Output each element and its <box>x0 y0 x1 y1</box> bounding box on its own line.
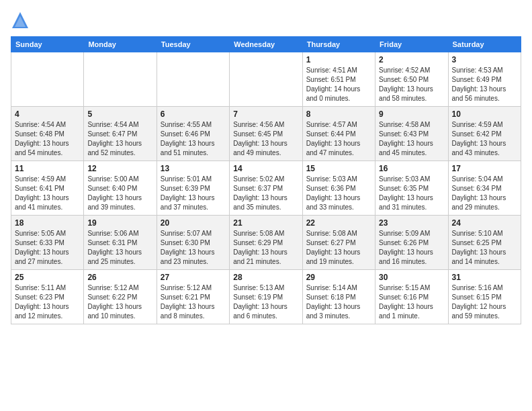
day-info: Sunrise: 5:06 AM Sunset: 6:31 PM Dayligh… <box>87 229 152 267</box>
calendar-week-2: 4Sunrise: 4:54 AM Sunset: 6:48 PM Daylig… <box>11 107 521 161</box>
calendar-cell: 22Sunrise: 5:08 AM Sunset: 6:27 PM Dayli… <box>302 216 375 270</box>
calendar-cell: 18Sunrise: 5:05 AM Sunset: 6:33 PM Dayli… <box>11 216 84 270</box>
day-info: Sunrise: 5:11 AM Sunset: 6:23 PM Dayligh… <box>15 283 80 321</box>
calendar-cell: 15Sunrise: 5:03 AM Sunset: 6:36 PM Dayli… <box>302 161 375 216</box>
calendar-cell <box>157 52 229 107</box>
calendar-cell <box>84 52 157 107</box>
day-number: 29 <box>306 273 371 282</box>
calendar-cell: 24Sunrise: 5:10 AM Sunset: 6:25 PM Dayli… <box>448 216 521 270</box>
day-number: 10 <box>452 109 517 119</box>
calendar-cell: 12Sunrise: 5:00 AM Sunset: 6:40 PM Dayli… <box>84 161 157 216</box>
calendar-cell <box>11 52 84 107</box>
calendar-cell: 6Sunrise: 4:55 AM Sunset: 6:46 PM Daylig… <box>157 107 229 161</box>
day-info: Sunrise: 5:09 AM Sunset: 6:26 PM Dayligh… <box>379 229 444 267</box>
day-number: 5 <box>87 109 152 119</box>
calendar-cell: 16Sunrise: 5:03 AM Sunset: 6:35 PM Dayli… <box>375 161 448 216</box>
page-header <box>11 11 521 30</box>
day-number: 18 <box>15 218 80 228</box>
calendar-week-4: 18Sunrise: 5:05 AM Sunset: 6:33 PM Dayli… <box>11 216 521 270</box>
day-number: 19 <box>87 218 152 228</box>
day-number: 16 <box>379 164 444 173</box>
day-number: 24 <box>452 218 517 228</box>
weekday-header-wednesday: Wednesday <box>230 37 302 52</box>
calendar-cell: 10Sunrise: 4:59 AM Sunset: 6:42 PM Dayli… <box>448 107 521 161</box>
day-number: 13 <box>161 164 226 173</box>
day-info: Sunrise: 4:51 AM Sunset: 6:51 PM Dayligh… <box>306 66 371 103</box>
weekday-header-monday: Monday <box>84 37 157 52</box>
calendar-cell: 2Sunrise: 4:52 AM Sunset: 6:50 PM Daylig… <box>375 52 448 107</box>
day-info: Sunrise: 5:01 AM Sunset: 6:39 PM Dayligh… <box>161 175 226 212</box>
weekday-header-thursday: Thursday <box>302 37 375 52</box>
day-number: 17 <box>452 164 517 173</box>
day-info: Sunrise: 5:12 AM Sunset: 6:21 PM Dayligh… <box>161 283 226 321</box>
day-info: Sunrise: 5:15 AM Sunset: 6:16 PM Dayligh… <box>379 283 444 321</box>
calendar-week-1: 1Sunrise: 4:51 AM Sunset: 6:51 PM Daylig… <box>11 52 521 107</box>
day-number: 20 <box>161 218 226 228</box>
day-number: 3 <box>452 55 517 64</box>
day-info: Sunrise: 5:13 AM Sunset: 6:19 PM Dayligh… <box>233 283 298 321</box>
calendar-week-5: 25Sunrise: 5:11 AM Sunset: 6:23 PM Dayli… <box>11 270 521 324</box>
day-number: 7 <box>233 109 298 119</box>
calendar-body: 1Sunrise: 4:51 AM Sunset: 6:51 PM Daylig… <box>11 52 521 324</box>
weekday-header-row: SundayMondayTuesdayWednesdayThursdayFrid… <box>11 37 521 52</box>
calendar-cell: 27Sunrise: 5:12 AM Sunset: 6:21 PM Dayli… <box>157 270 229 324</box>
calendar-cell: 3Sunrise: 4:53 AM Sunset: 6:49 PM Daylig… <box>448 52 521 107</box>
calendar-cell: 30Sunrise: 5:15 AM Sunset: 6:16 PM Dayli… <box>375 270 448 324</box>
day-info: Sunrise: 4:54 AM Sunset: 6:48 PM Dayligh… <box>15 120 80 158</box>
day-number: 1 <box>306 55 371 64</box>
day-info: Sunrise: 5:02 AM Sunset: 6:37 PM Dayligh… <box>233 175 298 212</box>
day-info: Sunrise: 5:03 AM Sunset: 6:36 PM Dayligh… <box>306 175 371 212</box>
day-number: 8 <box>306 109 371 119</box>
day-info: Sunrise: 5:10 AM Sunset: 6:25 PM Dayligh… <box>452 229 517 267</box>
calendar-cell: 31Sunrise: 5:16 AM Sunset: 6:15 PM Dayli… <box>448 270 521 324</box>
calendar-cell: 26Sunrise: 5:12 AM Sunset: 6:22 PM Dayli… <box>84 270 157 324</box>
calendar-header: SundayMondayTuesdayWednesdayThursdayFrid… <box>11 37 521 52</box>
calendar-table: SundayMondayTuesdayWednesdayThursdayFrid… <box>11 36 521 324</box>
calendar-cell: 5Sunrise: 4:54 AM Sunset: 6:47 PM Daylig… <box>84 107 157 161</box>
day-number: 23 <box>379 218 444 228</box>
calendar-cell: 19Sunrise: 5:06 AM Sunset: 6:31 PM Dayli… <box>84 216 157 270</box>
day-number: 25 <box>15 273 80 282</box>
calendar-cell: 1Sunrise: 4:51 AM Sunset: 6:51 PM Daylig… <box>302 52 375 107</box>
day-info: Sunrise: 5:03 AM Sunset: 6:35 PM Dayligh… <box>379 175 444 212</box>
weekday-header-sunday: Sunday <box>11 37 84 52</box>
calendar-cell: 25Sunrise: 5:11 AM Sunset: 6:23 PM Dayli… <box>11 270 84 324</box>
day-number: 31 <box>452 273 517 282</box>
calendar-cell: 21Sunrise: 5:08 AM Sunset: 6:29 PM Dayli… <box>230 216 302 270</box>
day-number: 27 <box>161 273 226 282</box>
day-info: Sunrise: 4:55 AM Sunset: 6:46 PM Dayligh… <box>161 120 226 158</box>
calendar-cell: 29Sunrise: 5:14 AM Sunset: 6:18 PM Dayli… <box>302 270 375 324</box>
day-info: Sunrise: 5:08 AM Sunset: 6:27 PM Dayligh… <box>306 229 371 267</box>
day-number: 30 <box>379 273 444 282</box>
calendar-cell <box>230 52 302 107</box>
day-info: Sunrise: 4:56 AM Sunset: 6:45 PM Dayligh… <box>233 120 298 158</box>
weekday-header-saturday: Saturday <box>448 37 521 52</box>
weekday-header-tuesday: Tuesday <box>157 37 229 52</box>
calendar-cell: 14Sunrise: 5:02 AM Sunset: 6:37 PM Dayli… <box>230 161 302 216</box>
day-number: 11 <box>15 164 80 173</box>
day-info: Sunrise: 4:52 AM Sunset: 6:50 PM Dayligh… <box>379 66 444 103</box>
day-info: Sunrise: 4:57 AM Sunset: 6:44 PM Dayligh… <box>306 120 371 158</box>
day-info: Sunrise: 5:05 AM Sunset: 6:33 PM Dayligh… <box>15 229 80 267</box>
day-number: 28 <box>233 273 298 282</box>
day-info: Sunrise: 5:12 AM Sunset: 6:22 PM Dayligh… <box>87 283 152 321</box>
calendar-cell: 8Sunrise: 4:57 AM Sunset: 6:44 PM Daylig… <box>302 107 375 161</box>
calendar-cell: 11Sunrise: 4:59 AM Sunset: 6:41 PM Dayli… <box>11 161 84 216</box>
day-number: 14 <box>233 164 298 173</box>
day-number: 4 <box>15 109 80 119</box>
weekday-header-friday: Friday <box>375 37 448 52</box>
day-number: 6 <box>161 109 226 119</box>
calendar-cell: 20Sunrise: 5:07 AM Sunset: 6:30 PM Dayli… <box>157 216 229 270</box>
day-info: Sunrise: 5:16 AM Sunset: 6:15 PM Dayligh… <box>452 283 517 321</box>
day-number: 2 <box>379 55 444 64</box>
day-info: Sunrise: 5:04 AM Sunset: 6:34 PM Dayligh… <box>452 175 517 212</box>
logo-icon <box>11 11 30 30</box>
day-number: 21 <box>233 218 298 228</box>
day-info: Sunrise: 5:07 AM Sunset: 6:30 PM Dayligh… <box>161 229 226 267</box>
calendar-week-3: 11Sunrise: 4:59 AM Sunset: 6:41 PM Dayli… <box>11 161 521 216</box>
day-info: Sunrise: 4:58 AM Sunset: 6:43 PM Dayligh… <box>379 120 444 158</box>
day-number: 15 <box>306 164 371 173</box>
day-number: 26 <box>87 273 152 282</box>
calendar-cell: 13Sunrise: 5:01 AM Sunset: 6:39 PM Dayli… <box>157 161 229 216</box>
day-info: Sunrise: 4:53 AM Sunset: 6:49 PM Dayligh… <box>452 66 517 103</box>
